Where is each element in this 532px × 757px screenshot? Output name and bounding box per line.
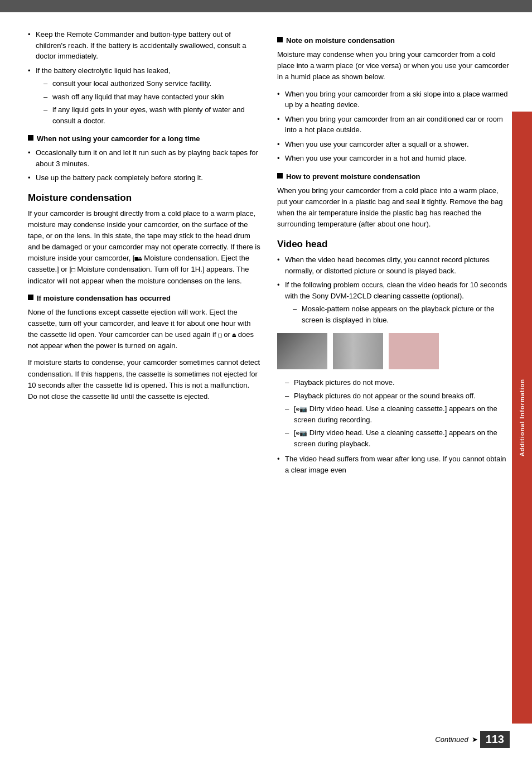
bullet-1: Keep the Remote Commander and button-typ…	[28, 29, 260, 62]
s1-bullet-1: Occasionally turn it on and let it run s…	[28, 147, 260, 169]
prevent-heading: How to prevent moisture condensation	[277, 172, 510, 182]
video-images-row	[277, 333, 510, 369]
section2-body: None of the functions except cassette ej…	[28, 307, 260, 352]
sub-bullet-1: consult your local authorized Sony servi…	[43, 78, 260, 89]
black-square-icon	[28, 135, 33, 141]
intro-bullets: Keep the Remote Commander and button-typ…	[28, 29, 260, 126]
video-bullets-2: The video head suffers from wear after l…	[277, 454, 510, 475]
sub-bullets: consult your local authorized Sony servi…	[36, 78, 260, 126]
sub-bullet-2: wash off any liquid that may have contac…	[43, 91, 260, 103]
section1-heading: When not using your camcorder for a long…	[28, 134, 260, 144]
video-sub-bullets-2: Playback pictures do not move. Playback …	[277, 377, 510, 449]
video-bullets: When the video head becomes dirty, you c…	[277, 254, 510, 325]
sub-bullet-3: if any liquid gets in your eyes, wash wi…	[43, 104, 260, 126]
note-bullet-1: When you bring your camcorder from a ski…	[277, 89, 510, 110]
video-bullet-2: If the following problem occurs, clean t…	[277, 279, 510, 325]
moisture-body: If your camcorder is brought directly fr…	[28, 208, 260, 287]
video-image-2	[333, 333, 383, 369]
prevent-body: When you bring your camcorder from a col…	[277, 185, 510, 230]
section2-body2: If moisture starts to condense, your cam…	[28, 357, 260, 402]
videohead-heading: Video head	[277, 239, 510, 250]
video-sub-bullet-1: Mosaic-pattern noise appears on the play…	[293, 303, 510, 325]
video-bullet-3: The video head suffers from wear after l…	[277, 454, 510, 475]
footer: Continued ➤ 113	[0, 725, 532, 757]
sidebar-label: Additional Information	[519, 379, 525, 456]
video-sub-bullet-2c: [⊗📷 Dirty video head. Use a cleaning cas…	[285, 403, 510, 425]
s1-bullet-2: Use up the battery pack completely befor…	[28, 172, 260, 184]
video-sub-bullet-2d: [⊗📷 Dirty video head. Use a cleaning cas…	[285, 427, 510, 449]
moisture-heading: Moisture condensation	[28, 192, 260, 204]
video-sub-bullet-2a: Playback pictures do not move.	[285, 377, 510, 388]
page-content: Keep the Remote Commander and button-typ…	[0, 12, 532, 494]
continued-text: Continued	[435, 735, 468, 744]
black-square-icon-3	[277, 37, 283, 42]
video-image-3	[389, 333, 439, 369]
note-heading: Note on moisture condensation	[277, 36, 510, 46]
arrow-icon: ➤	[472, 735, 478, 744]
right-column: Note on moisture condensation Moisture m…	[277, 29, 510, 483]
note-bullet-2: When you bring your camcorder from an ai…	[277, 114, 510, 136]
note-body: Moisture may condense when you bring you…	[277, 49, 510, 83]
section2-heading: If moisture condensation has occurred	[28, 293, 260, 303]
page-number: 113	[480, 731, 510, 748]
bullet-2: If the battery electrolytic liquid has l…	[28, 65, 260, 127]
video-image-1	[277, 333, 327, 369]
note-bullets: When you bring your camcorder from a ski…	[277, 89, 510, 164]
video-sub-bullet-2b: Playback pictures do not appear or the s…	[285, 390, 510, 402]
right-sidebar: Additional Information	[512, 112, 532, 724]
black-square-icon-4	[277, 173, 283, 179]
note-bullet-3: When you use your camcorder after a squa…	[277, 139, 510, 150]
video-bullet-1: When the video head becomes dirty, you c…	[277, 254, 510, 276]
black-square-icon-2	[28, 295, 33, 300]
left-column: Keep the Remote Commander and button-typ…	[28, 29, 260, 483]
note-bullet-4: When you use your camcorder in a hot and…	[277, 153, 510, 164]
top-bar	[0, 0, 532, 12]
video-sub-bullets: Mosaic-pattern noise appears on the play…	[285, 303, 510, 325]
section1-bullets: Occasionally turn it on and let it run s…	[28, 147, 260, 184]
